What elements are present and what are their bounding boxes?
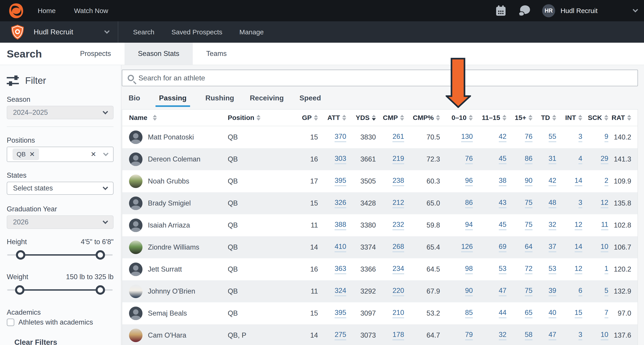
column-header-rat[interactable]: RAT bbox=[608, 114, 638, 122]
stat-link-r15_plus[interactable]: 65 bbox=[525, 309, 532, 318]
stat-link-r0_10[interactable]: 130 bbox=[461, 133, 473, 142]
stat-link-r0_10[interactable]: 126 bbox=[461, 243, 473, 252]
table-row[interactable]: Noah GrubbsQB17395350523860.396389042142… bbox=[122, 170, 638, 192]
stat-tab-bio[interactable]: Bio bbox=[128, 94, 141, 107]
clear-filters-button[interactable]: Clear Filters bbox=[14, 338, 114, 345]
athlete-name[interactable]: Jett Surratt bbox=[148, 265, 182, 273]
column-header-name[interactable]: Name bbox=[122, 114, 228, 122]
stat-link-r15_plus[interactable]: 75 bbox=[525, 287, 532, 296]
app-switcher[interactable]: Hudl Recruit bbox=[0, 21, 118, 43]
stat-link-int[interactable]: 3 bbox=[578, 133, 582, 142]
stat-tab-speed[interactable]: Speed bbox=[299, 94, 321, 107]
stat-link-sck[interactable]: 11 bbox=[601, 221, 608, 230]
stat-link-sck[interactable]: 10 bbox=[601, 243, 608, 252]
tab-season-stats[interactable]: Season Stats bbox=[124, 43, 193, 65]
column-header-r0_10[interactable]: 0–10 bbox=[440, 114, 473, 122]
stat-link-int[interactable]: 3 bbox=[578, 199, 582, 208]
messages-icon[interactable] bbox=[518, 5, 530, 17]
stat-link-r15_plus[interactable]: 86 bbox=[525, 155, 532, 164]
stat-link-td[interactable]: 47 bbox=[549, 331, 556, 340]
table-row[interactable]: Ziondre WilliamsQB14410337426865.4126696… bbox=[122, 236, 638, 258]
nav-watch-now[interactable]: Watch Now bbox=[74, 7, 108, 15]
academics-checkbox[interactable] bbox=[7, 318, 14, 326]
stat-link-sck[interactable]: 12 bbox=[601, 199, 608, 208]
chip-remove-icon[interactable]: ✕ bbox=[29, 151, 35, 158]
stat-link-cmp[interactable]: 178 bbox=[392, 331, 404, 340]
weight-min-handle[interactable] bbox=[15, 285, 24, 295]
stat-link-r0_10[interactable]: 85 bbox=[465, 309, 473, 318]
stat-link-td[interactable]: 42 bbox=[549, 177, 556, 186]
stat-link-att[interactable]: 395 bbox=[334, 309, 346, 318]
sort-icon[interactable] bbox=[502, 115, 506, 121]
column-header-td[interactable]: TD bbox=[532, 114, 556, 122]
stat-tab-passing[interactable]: Passing bbox=[156, 94, 190, 107]
subnav-manage[interactable]: Manage bbox=[240, 28, 264, 36]
stat-link-td[interactable]: 31 bbox=[549, 155, 556, 164]
stat-link-sck[interactable]: 9 bbox=[604, 133, 608, 142]
sort-icon[interactable] bbox=[372, 115, 376, 121]
stat-link-r11_15[interactable]: 42 bbox=[499, 133, 506, 142]
season-select[interactable]: 2024–2025 bbox=[7, 106, 114, 119]
stat-link-td[interactable]: 37 bbox=[549, 243, 556, 252]
stat-link-r15_plus[interactable]: 76 bbox=[525, 133, 532, 142]
athlete-name[interactable]: Ziondre Williams bbox=[148, 243, 199, 251]
stat-link-int[interactable]: 4 bbox=[578, 155, 582, 164]
stat-link-sck[interactable]: 1 bbox=[604, 265, 608, 274]
height-max-handle[interactable] bbox=[96, 250, 105, 260]
stat-link-att[interactable]: 303 bbox=[334, 155, 346, 164]
stat-link-sck[interactable]: 10 bbox=[601, 331, 608, 340]
stat-link-sck[interactable]: 5 bbox=[604, 287, 608, 296]
column-header-r15_plus[interactable]: 15+ bbox=[506, 114, 532, 122]
graduation-year-select[interactable]: 2026 bbox=[7, 215, 114, 229]
stat-link-int[interactable]: 12 bbox=[575, 221, 582, 230]
stat-link-cmp[interactable]: 268 bbox=[392, 243, 404, 252]
account-chevron-down-icon[interactable] bbox=[632, 7, 638, 12]
stat-link-cmp[interactable]: 261 bbox=[392, 133, 404, 142]
stat-link-r11_15[interactable]: 45 bbox=[499, 155, 506, 164]
athlete-name[interactable]: Semaj Beals bbox=[148, 309, 187, 317]
stat-link-td[interactable]: 48 bbox=[549, 199, 556, 208]
table-row[interactable]: Dereon ColemanQB16303366121972.376458631… bbox=[122, 148, 638, 170]
sort-icon[interactable] bbox=[342, 115, 346, 121]
stat-link-r0_10[interactable]: 90 bbox=[465, 287, 473, 296]
sort-icon[interactable] bbox=[627, 115, 631, 121]
stat-link-td[interactable]: 39 bbox=[549, 287, 556, 296]
stat-link-r0_10[interactable]: 94 bbox=[465, 221, 473, 230]
calendar-icon[interactable] bbox=[495, 5, 507, 17]
tab-prospects[interactable]: Prospects bbox=[67, 43, 124, 65]
states-select[interactable]: Select states bbox=[7, 182, 114, 195]
column-header-cmp_pct[interactable]: CMP% bbox=[404, 114, 440, 122]
sort-icon[interactable] bbox=[400, 115, 404, 121]
sort-icon[interactable] bbox=[256, 115, 260, 121]
stat-link-r15_plus[interactable]: 75 bbox=[525, 199, 532, 208]
positions-select[interactable]: QB ✕ ✕ bbox=[7, 147, 114, 162]
stat-link-td[interactable]: 53 bbox=[549, 265, 556, 274]
sort-icon[interactable] bbox=[604, 115, 608, 121]
stat-link-att[interactable]: 324 bbox=[334, 287, 346, 296]
stat-link-r11_15[interactable]: 69 bbox=[499, 243, 506, 252]
stat-link-att[interactable]: 326 bbox=[334, 199, 346, 208]
athlete-name[interactable]: Johnny O'Brien bbox=[148, 287, 195, 295]
stat-link-r0_10[interactable]: 76 bbox=[465, 155, 473, 164]
sort-icon[interactable] bbox=[436, 115, 440, 121]
stat-link-cmp[interactable]: 219 bbox=[392, 155, 404, 164]
stat-link-sck[interactable]: 29 bbox=[601, 155, 608, 164]
stat-link-cmp[interactable]: 212 bbox=[392, 199, 404, 208]
sort-icon[interactable] bbox=[552, 115, 556, 121]
nav-home[interactable]: Home bbox=[38, 7, 56, 15]
column-header-att[interactable]: ATT bbox=[318, 114, 346, 122]
column-header-int[interactable]: INT bbox=[556, 114, 582, 122]
athlete-name[interactable]: Brady Smigiel bbox=[148, 199, 191, 207]
stat-tab-rushing[interactable]: Rushing bbox=[205, 94, 234, 107]
stat-link-r11_15[interactable]: 32 bbox=[499, 331, 506, 340]
stat-link-cmp[interactable]: 234 bbox=[392, 265, 404, 274]
stat-link-r11_15[interactable]: 47 bbox=[499, 287, 506, 296]
stat-link-td[interactable]: 40 bbox=[549, 309, 556, 318]
stat-link-td[interactable]: 55 bbox=[549, 133, 556, 142]
stat-link-att[interactable]: 410 bbox=[334, 243, 346, 252]
column-header-gp[interactable]: GP bbox=[293, 114, 318, 122]
stat-link-int[interactable]: 6 bbox=[578, 287, 582, 296]
subnav-search[interactable]: Search bbox=[133, 28, 154, 36]
table-row[interactable]: Isaiah ArriazaQB11388338023259.894457532… bbox=[122, 214, 638, 236]
stat-link-r0_10[interactable]: 98 bbox=[465, 265, 473, 274]
